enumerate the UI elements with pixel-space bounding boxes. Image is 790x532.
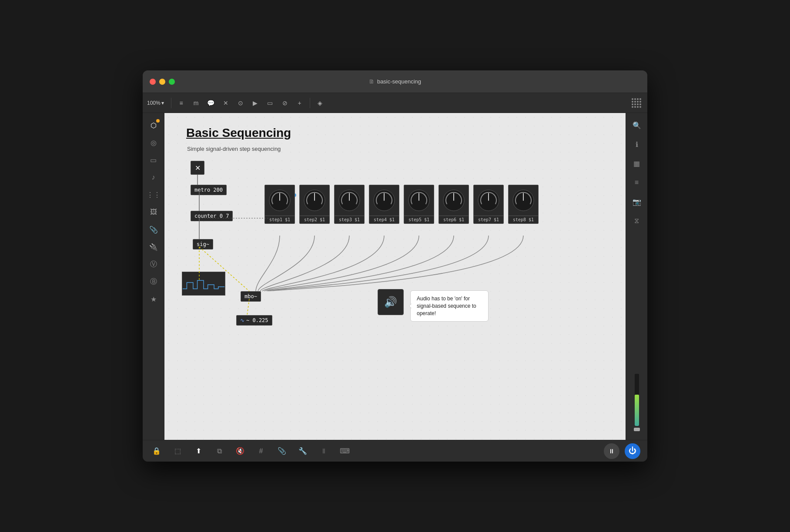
dial-step1[interactable]: step1 $1: [264, 185, 295, 224]
message-tool[interactable]: m: [190, 96, 203, 110]
sidebar-icon-menu[interactable]: ⋮⋮: [146, 187, 161, 203]
patch-canvas[interactable]: Basic Sequencing Simple signal-driven st…: [164, 113, 626, 440]
window-title: 🗎 basic-sequencing: [369, 78, 421, 85]
bottom-toolbar: 🔒 ⬚ ⬆ ⧉ 🔇 # 📎 🔧 ⦀ ⌨ ⏸ ⏻: [143, 440, 647, 462]
clip2-btn[interactable]: 📎: [275, 444, 289, 458]
sidebar-icon-cube[interactable]: ⬡: [146, 117, 161, 133]
wrench-btn[interactable]: 🔧: [296, 444, 310, 458]
output-object[interactable]: ∿ ~ 0.225: [236, 315, 272, 326]
patch-subtitle: Simple signal-driven step sequencing: [187, 146, 281, 152]
volume-knob[interactable]: [634, 428, 640, 431]
main-window: 🗎 basic-sequencing 100% ▾ ≡ m 💬 ✕ ⊙ ▶ ▭ …: [143, 70, 647, 462]
dial-step5[interactable]: step5 $1: [404, 185, 434, 224]
sig-object[interactable]: sig~: [193, 239, 213, 249]
cube-icon: ⬡: [151, 121, 157, 130]
camera-icon-btn[interactable]: 📷: [629, 194, 645, 209]
sidebar-icon-plug[interactable]: 🔌: [146, 239, 161, 255]
b-icon: Ⓑ: [150, 277, 157, 286]
dial-svg-4: [371, 187, 397, 213]
play-tool[interactable]: ▶: [249, 96, 262, 110]
dial-step7[interactable]: step7 $1: [473, 185, 504, 224]
dial-svg-6: [441, 187, 467, 213]
maximize-button[interactable]: [169, 79, 175, 85]
menu-icon: ⋮⋮: [147, 191, 161, 199]
fill-tool[interactable]: ◈: [314, 96, 327, 110]
sidebar-icon-monitor[interactable]: ▭: [146, 152, 161, 168]
bars-btn[interactable]: ⦀: [317, 444, 331, 458]
plug-icon: 🔌: [149, 243, 158, 251]
toolbar-separator-2: [310, 98, 310, 108]
signal-display[interactable]: [182, 272, 225, 296]
volume-fill: [635, 395, 639, 426]
dial-svg-7: [475, 187, 502, 213]
toolbar-separator-1: [171, 98, 171, 108]
tilde-icon: ∿: [240, 317, 244, 323]
dial-label-8: step8 $1: [509, 216, 538, 223]
audio-tooltip: Audio has to be 'on' for signal-based se…: [410, 290, 489, 322]
volume-container: [634, 232, 640, 436]
metro-object[interactable]: metro 200: [191, 185, 227, 195]
patch-title: Basic Sequencing: [186, 126, 291, 140]
close-tool[interactable]: ✕: [219, 96, 232, 110]
help-tool[interactable]: ⊘: [278, 96, 291, 110]
grid-toggle[interactable]: [630, 96, 643, 110]
dial-label-5: step5 $1: [404, 216, 434, 223]
zoom-control[interactable]: 100% ▾: [147, 100, 164, 106]
object-tool[interactable]: 💬: [204, 96, 218, 110]
sliders-icon-btn[interactable]: ⧖: [629, 213, 645, 229]
mute-btn[interactable]: 🔇: [233, 444, 247, 458]
dial-step2[interactable]: step2 $1: [299, 185, 330, 224]
close-object[interactable]: ✕: [191, 161, 204, 175]
layers-btn[interactable]: ⧉: [212, 444, 226, 458]
comment-tool[interactable]: ≡: [175, 96, 188, 110]
minimize-button[interactable]: [159, 79, 165, 85]
volume-meter: [635, 374, 639, 426]
sidebar-icon-star[interactable]: ★: [146, 291, 161, 307]
mbo-object[interactable]: mbo~: [241, 291, 261, 302]
star-icon: ★: [151, 295, 157, 303]
sidebar-icon-image[interactable]: 🖼: [146, 204, 161, 220]
sidebar-icon-b[interactable]: Ⓑ: [146, 274, 161, 289]
sidebar-icon-target[interactable]: ◎: [146, 135, 161, 150]
dial-step6[interactable]: step6 $1: [439, 185, 469, 224]
lock-btn[interactable]: 🔒: [150, 444, 164, 458]
number-tool[interactable]: ⊙: [234, 96, 247, 110]
counter-object[interactable]: counter 0 7: [191, 211, 233, 221]
patch-connections: [164, 113, 626, 440]
bang-tool[interactable]: ▭: [264, 96, 277, 110]
info-icon-btn[interactable]: ℹ: [629, 136, 645, 152]
close-button[interactable]: [150, 79, 156, 85]
add-tool[interactable]: +: [293, 96, 306, 110]
dial-label-4: step4 $1: [369, 216, 399, 223]
sidebar-icon-music[interactable]: ♪: [146, 170, 161, 185]
dial-label-3: step3 $1: [335, 216, 364, 223]
dial-svg-3: [336, 187, 362, 213]
bottom-right-controls: ⏸ ⏻: [604, 443, 640, 459]
sidebar-icon-v[interactable]: Ⓥ: [146, 256, 161, 272]
list-icon-btn[interactable]: ≡: [629, 175, 645, 190]
toolbar-right: [630, 96, 643, 110]
dial-label-7: step7 $1: [474, 216, 503, 223]
document-icon: 🗎: [369, 78, 375, 85]
audio-toggle-button[interactable]: 🔊: [378, 289, 404, 315]
search-icon-btn[interactable]: 🔍: [629, 117, 645, 133]
main-toolbar: 100% ▾ ≡ m 💬 ✕ ⊙ ▶ ▭ ⊘ + ◈: [143, 93, 647, 113]
dial-label-1: step1 $1: [265, 216, 295, 223]
record-button[interactable]: ⏸: [604, 443, 619, 459]
dial-step3[interactable]: step3 $1: [334, 185, 365, 224]
grid-icon: [632, 98, 641, 108]
keyboard-btn[interactable]: ⌨: [338, 444, 351, 458]
dial-label-6: step6 $1: [439, 216, 469, 223]
window-controls: [150, 79, 175, 85]
bookmark-btn[interactable]: ⬆: [191, 444, 205, 458]
dial-svg-5: [406, 187, 432, 213]
dial-step8[interactable]: step8 $1: [508, 185, 539, 224]
dial-label-2: step2 $1: [300, 216, 329, 223]
power-button[interactable]: ⏻: [625, 443, 640, 459]
columns-icon-btn[interactable]: ▦: [629, 156, 645, 171]
hash-btn[interactable]: #: [254, 444, 268, 458]
dial-step4[interactable]: step4 $1: [369, 185, 399, 224]
cursor-btn[interactable]: ⬚: [171, 444, 184, 458]
sidebar-icon-clip[interactable]: 📎: [146, 222, 161, 237]
music-icon: ♪: [152, 173, 155, 181]
